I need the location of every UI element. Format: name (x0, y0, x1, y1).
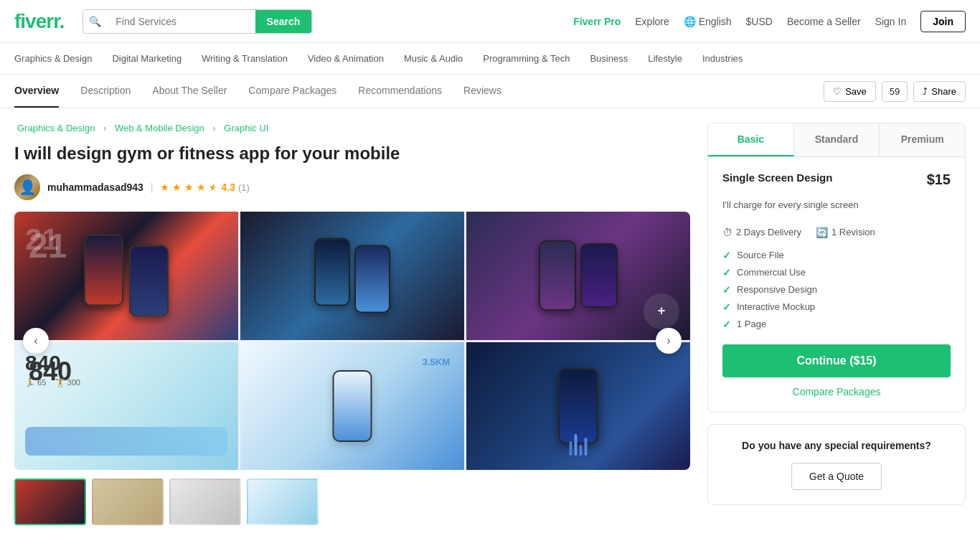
seller-avatar (14, 174, 40, 200)
avatar-image (14, 174, 40, 200)
check-icon-3: ✓ (722, 284, 731, 296)
feature-label-3: Responsive Design (737, 284, 817, 295)
revision-info: 🔄 1 Revision (816, 227, 875, 238)
image-grid: 21 + (14, 212, 690, 470)
breadcrumb-part3[interactable]: Graphic UI (224, 123, 268, 133)
package-tab-premium[interactable]: Premium (880, 123, 965, 156)
right-panel: Basic Standard Premium Single Screen Des… (707, 123, 966, 525)
breadcrumb: Graphics & Design › Web & Mobile Design … (14, 123, 690, 133)
save-button[interactable]: ♡ Save (824, 81, 876, 102)
share-button[interactable]: ⤴ Share (913, 81, 966, 102)
language-selector[interactable]: 🌐 English (684, 16, 732, 27)
thumbnail-strip (14, 479, 690, 525)
carousel-prev-button[interactable]: ‹ (23, 328, 49, 354)
grid-cell-2 (240, 212, 464, 340)
package-price: $15 (927, 171, 951, 188)
cat-music[interactable]: Music & Audio (404, 52, 463, 65)
tab-reviews[interactable]: Reviews (463, 75, 501, 108)
package-features: ✓ Source File ✓ Commercial Use ✓ Respons… (722, 250, 951, 330)
save-label: Save (845, 86, 867, 97)
fiverr-pro-link[interactable]: Fiverr Pro (573, 16, 621, 27)
compare-packages-link[interactable]: Compare Packages (722, 386, 951, 397)
currency-selector[interactable]: $USD (746, 16, 773, 27)
continue-button[interactable]: Continue ($15) (722, 344, 951, 377)
rating-count: (1) (238, 182, 250, 193)
seller-rating: ★ ★ ★ ★ ★★ 4.3 (1) (160, 182, 249, 193)
heart-icon: ♡ (833, 86, 842, 97)
breadcrumb-sep1: › (103, 123, 109, 133)
carousel-main-image: 21 + (14, 212, 690, 470)
grid-cell-6 (466, 342, 690, 471)
share-icon: ⤴ (923, 86, 928, 97)
breadcrumb-part1[interactable]: Graphics & Design (17, 123, 95, 133)
category-nav: Graphics & Design Digital Marketing Writ… (0, 43, 980, 75)
cat-video[interactable]: Video & Animation (308, 52, 384, 65)
cat-digital-marketing[interactable]: Digital Marketing (112, 52, 182, 65)
share-label: Share (931, 86, 956, 97)
package-description: I'll charge for every single screen (722, 198, 951, 212)
breadcrumb-part2[interactable]: Web & Mobile Design (115, 123, 204, 133)
cat-industries[interactable]: Industries (702, 52, 743, 65)
join-button[interactable]: Join (920, 11, 966, 32)
rating-value: 4.3 (221, 182, 235, 193)
feature-label-5: 1 Page (737, 319, 766, 329)
package-content: Single Screen Design $15 I'll charge for… (708, 157, 965, 412)
check-icon-4: ✓ (722, 301, 731, 313)
breadcrumb-sep2: › (212, 123, 218, 133)
package-header: Single Screen Design $15 (722, 171, 951, 188)
delivery-text: 2 Days Delivery (736, 227, 801, 237)
thumbnail-2[interactable] (92, 479, 164, 525)
feature-label-2: Commercial Use (737, 267, 806, 278)
package-meta: ⏱ 2 Days Delivery 🔄 1 Revision (722, 227, 951, 238)
left-panel: Graphics & Design › Web & Mobile Design … (14, 123, 690, 525)
check-icon-2: ✓ (722, 267, 731, 278)
cat-writing[interactable]: Writing & Translation (202, 52, 288, 65)
feature-responsive: ✓ Responsive Design (722, 284, 951, 296)
tab-overview[interactable]: Overview (14, 75, 59, 108)
globe-icon: 🌐 (684, 16, 696, 27)
search-button[interactable]: Search (255, 10, 312, 33)
star-2: ★ (172, 182, 182, 193)
tab-compare-packages[interactable]: Compare Packages (248, 75, 336, 108)
package-tabs: Basic Standard Premium (708, 123, 965, 157)
star-4: ★ (197, 182, 206, 193)
refresh-icon: 🔄 (816, 227, 828, 238)
explore-link[interactable]: Explore (635, 16, 669, 27)
package-tab-basic[interactable]: Basic (708, 123, 794, 156)
thumbnail-3[interactable] (169, 479, 241, 525)
main-content: Graphics & Design › Web & Mobile Design … (0, 108, 980, 540)
grid-cell-1: 21 (14, 212, 238, 340)
feature-pages: ✓ 1 Page (722, 319, 951, 330)
cat-business[interactable]: Business (590, 52, 628, 65)
search-input[interactable] (107, 10, 255, 33)
cat-graphics[interactable]: Graphics & Design (14, 52, 92, 65)
image-carousel: 21 + (14, 212, 690, 470)
logo-dot: . (60, 10, 65, 32)
sign-in-link[interactable]: Sign In (875, 16, 907, 27)
cat-programming[interactable]: Programming & Tech (483, 52, 570, 65)
cat-lifestyle[interactable]: Lifestyle (648, 52, 682, 65)
gig-title: I will design gym or fitness app for you… (14, 142, 690, 164)
clock-icon: ⏱ (722, 227, 732, 238)
seller-info: muhammadasad943 | ★ ★ ★ ★ ★★ 4.3 (1) (14, 174, 690, 200)
get-quote-button[interactable]: Get a Quote (791, 463, 882, 490)
tab-recommendations[interactable]: Recommendations (358, 75, 442, 108)
thumbnail-4[interactable] (247, 479, 319, 525)
logo[interactable]: fiverr. (14, 10, 64, 33)
grid-cell-4: 840 🏃 65 🏋️ 300 (14, 342, 238, 471)
search-icon: 🔍 (83, 16, 107, 27)
grid-cell-5: 3.5KM (240, 342, 464, 471)
check-icon-5: ✓ (722, 319, 731, 330)
package-tab-standard[interactable]: Standard (794, 123, 880, 156)
carousel-next-button[interactable]: › (656, 328, 682, 354)
tabs-actions: ♡ Save 59 ⤴ Share (824, 81, 966, 102)
check-icon-1: ✓ (722, 250, 731, 261)
seller-name[interactable]: muhammadasad943 (47, 182, 143, 193)
star-1: ★ (160, 182, 169, 193)
become-seller-link[interactable]: Become a Seller (787, 16, 861, 27)
tab-description[interactable]: Description (80, 75, 131, 108)
grid-cell-3: + (466, 212, 690, 340)
tab-about-seller[interactable]: About The Seller (152, 75, 227, 108)
thumbnail-1[interactable] (14, 479, 86, 525)
feature-mockup: ✓ Interactive Mockup (722, 301, 951, 313)
